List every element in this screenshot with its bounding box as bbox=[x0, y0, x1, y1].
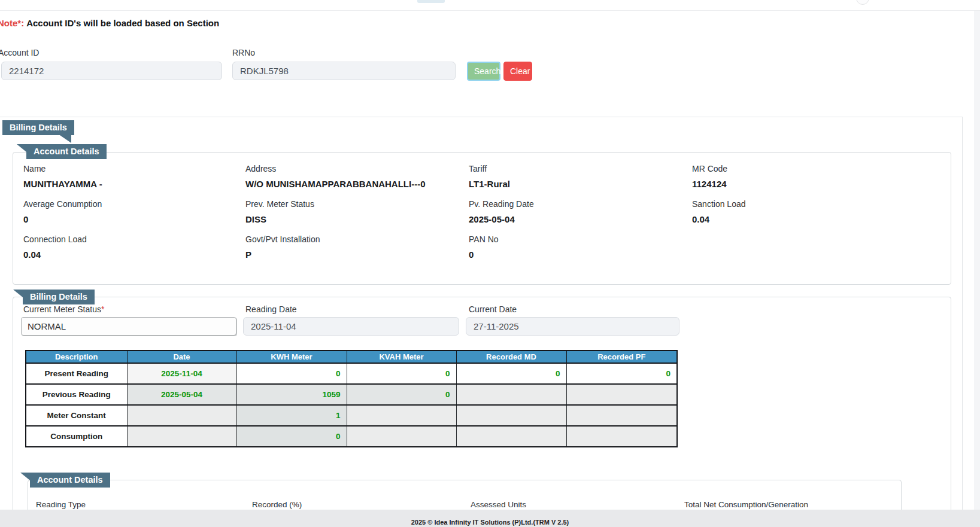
previous-reading-kvah-cell: 0 bbox=[347, 384, 456, 405]
table-row-previous-reading: Previous Reading 2025-05-04 1059 0 bbox=[26, 384, 677, 405]
account-details-grid: Name MUNITHAYAMMA - Address W/O MUNISHAM… bbox=[13, 153, 951, 260]
field-value: MUNITHAYAMMA - bbox=[23, 179, 245, 189]
meter-constant-kvah-cell bbox=[347, 405, 456, 426]
present-reading-md-cell[interactable]: 0 bbox=[456, 363, 566, 384]
previous-reading-md-cell bbox=[456, 384, 566, 405]
field-label: Connection Load bbox=[23, 234, 245, 244]
page: Note*:Account ID's will be loaded based … bbox=[0, 0, 980, 527]
recorded-percent-label: Recorded (%) bbox=[252, 500, 302, 509]
search-button[interactable]: Search bbox=[467, 62, 500, 81]
present-reading-kwh-cell[interactable]: 0 bbox=[236, 363, 347, 384]
top-header-strip bbox=[0, 0, 980, 11]
reading-type-label: Reading Type bbox=[36, 500, 86, 509]
clear-button[interactable]: Clear bbox=[503, 62, 532, 81]
cut-off-avatar-icon bbox=[856, 0, 869, 5]
billing-details-panel: Billing Details Account Details Name MUN… bbox=[0, 117, 963, 527]
field-sanction-load: Sanction Load 0.04 bbox=[692, 199, 951, 224]
billing-details-panel-badge: Billing Details bbox=[2, 120, 74, 135]
field-value: 2025-05-04 bbox=[469, 214, 692, 224]
consumption-kwh-cell: 0 bbox=[236, 426, 347, 447]
field-value: 1124124 bbox=[692, 179, 951, 189]
table-header-row: Description Date KWH Meter KVAH Meter Re… bbox=[26, 351, 677, 363]
field-average-consumption: Average Conumption 0 bbox=[23, 199, 245, 224]
row-label: Present Reading bbox=[26, 363, 127, 384]
field-address: Address W/O MUNISHAMAPPARABBANAHALLI---0 bbox=[245, 164, 469, 189]
field-label: Tariff bbox=[469, 164, 692, 173]
col-header-description: Description bbox=[26, 351, 127, 363]
field-pv-reading-date: Pv. Reading Date 2025-05-04 bbox=[469, 199, 692, 224]
note-text: Account ID's will be loaded based on Sec… bbox=[26, 18, 219, 28]
account-details-section: Account Details Name MUNITHAYAMMA - Addr… bbox=[13, 152, 951, 285]
field-value: P bbox=[245, 249, 469, 260]
billing-details-section: Billing Details Current Meter Status* NO… bbox=[13, 297, 951, 527]
current-date-label: Current Date bbox=[469, 304, 517, 314]
consumption-kvah-cell bbox=[347, 426, 456, 447]
field-mr-code: MR Code 1124124 bbox=[692, 164, 951, 189]
reading-date-label: Reading Date bbox=[245, 304, 297, 314]
field-value: 0 bbox=[23, 214, 245, 224]
field-govt-pvt-installation: Govt/Pvt Installation P bbox=[245, 234, 469, 260]
col-header-kvah-meter: KVAH Meter bbox=[347, 351, 456, 363]
field-label: Prev. Meter Status bbox=[245, 199, 469, 209]
field-label: Pv. Reading Date bbox=[469, 199, 692, 209]
rrno-label: RRNo bbox=[232, 48, 255, 57]
field-value: 0 bbox=[469, 249, 692, 260]
field-pan-no: PAN No 0 bbox=[469, 234, 692, 260]
meter-readings-table: Description Date KWH Meter KVAH Meter Re… bbox=[25, 350, 678, 447]
present-reading-date-cell[interactable]: 2025-11-04 bbox=[127, 363, 236, 384]
meter-constant-kwh-cell: 1 bbox=[236, 405, 347, 426]
current-meter-status-select[interactable]: NORMAL bbox=[21, 317, 236, 336]
meter-constant-md-cell bbox=[456, 405, 566, 426]
table-row-meter-constant: Meter Constant 1 bbox=[26, 405, 677, 426]
note-banner: Note*:Account ID's will be loaded based … bbox=[0, 18, 219, 28]
field-value: 0.04 bbox=[23, 249, 245, 260]
table-row-present-reading: Present Reading 2025-11-04 0 0 0 0 bbox=[26, 363, 677, 384]
current-date-input[interactable] bbox=[466, 317, 679, 336]
field-label: Sanction Load bbox=[692, 199, 951, 209]
field-connection-load: Connection Load 0.04 bbox=[23, 234, 245, 260]
present-reading-kvah-cell[interactable]: 0 bbox=[347, 363, 456, 384]
field-name: Name MUNITHAYAMMA - bbox=[23, 164, 245, 189]
reading-date-input[interactable] bbox=[243, 317, 459, 336]
col-header-date: Date bbox=[127, 351, 236, 363]
field-value: LT1-Rural bbox=[469, 179, 692, 189]
field-label: Address bbox=[245, 164, 469, 173]
field-value: 0.04 bbox=[692, 214, 951, 224]
row-label: Meter Constant bbox=[26, 405, 127, 426]
account-details-bottom-badge: Account Details bbox=[30, 473, 110, 488]
rrno-input[interactable] bbox=[232, 62, 456, 80]
consumption-pf-cell bbox=[566, 426, 677, 447]
table-row-consumption: Consumption 0 bbox=[26, 426, 677, 447]
previous-reading-pf-cell bbox=[566, 384, 677, 405]
field-value: W/O MUNISHAMAPPARABBANAHALLI---0 bbox=[245, 179, 469, 189]
current-meter-status-label: Current Meter Status* bbox=[23, 304, 104, 314]
total-net-consumption-label: Total Net Consumption/Generation bbox=[684, 500, 808, 509]
meter-constant-pf-cell bbox=[566, 405, 677, 426]
note-prefix: Note*: bbox=[0, 18, 24, 28]
cut-off-logo bbox=[417, 0, 445, 3]
col-header-kwh-meter: KWH Meter bbox=[236, 351, 347, 363]
field-label: Average Conumption bbox=[23, 199, 245, 209]
footer: 2025 © Idea Infinity IT Solutions (P)Ltd… bbox=[0, 510, 980, 527]
field-label: Name bbox=[23, 164, 245, 173]
previous-reading-kwh-cell: 1059 bbox=[236, 384, 347, 405]
row-label: Consumption bbox=[26, 426, 127, 447]
account-id-label: Account ID bbox=[0, 48, 39, 57]
field-label: Govt/Pvt Installation bbox=[245, 234, 469, 244]
consumption-md-cell bbox=[456, 426, 566, 447]
label-text: Current Meter Status bbox=[23, 304, 101, 314]
assessed-units-label: Assessed Units bbox=[471, 500, 526, 509]
row-label: Previous Reading bbox=[26, 384, 127, 405]
field-label: MR Code bbox=[692, 164, 951, 173]
previous-reading-date-cell: 2025-05-04 bbox=[127, 384, 236, 405]
col-header-recorded-pf: Recorded PF bbox=[566, 351, 677, 363]
meter-constant-date-cell bbox=[127, 405, 236, 426]
account-id-input[interactable] bbox=[1, 62, 222, 80]
field-label: PAN No bbox=[469, 234, 692, 244]
required-asterisk: * bbox=[101, 304, 104, 314]
field-prev-meter-status: Prev. Meter Status DISS bbox=[245, 199, 469, 224]
field-value: DISS bbox=[245, 214, 469, 224]
field-tariff: Tariff LT1-Rural bbox=[469, 164, 692, 189]
account-details-badge: Account Details bbox=[26, 144, 107, 159]
present-reading-pf-cell[interactable]: 0 bbox=[566, 363, 677, 384]
